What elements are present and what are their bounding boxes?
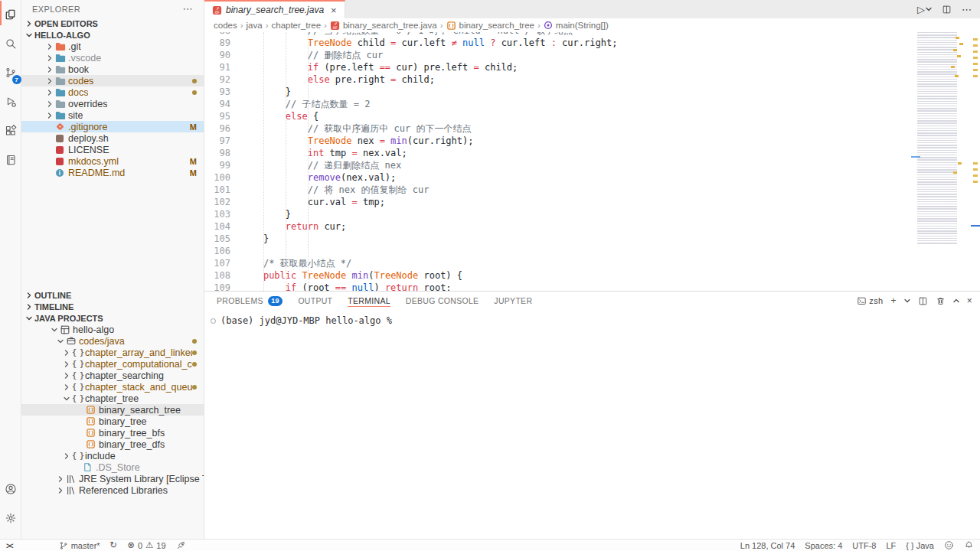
tree-item-include[interactable]: { }include [21, 450, 204, 461]
code-line-107[interactable]: 107 /* 获取最小结点 */ [204, 257, 911, 269]
tree-item-license[interactable]: LICENSE [21, 144, 204, 155]
tree-item-deploy-sh[interactable]: deploy.sh [21, 132, 204, 144]
breadcrumb-item-binary-search-tree[interactable]: binary_search_tree [446, 21, 534, 31]
code-line-96[interactable]: 96 // 获取中序遍历中 cur 的下一个结点 [204, 122, 911, 135]
code-line-92[interactable]: 92 else pre.right = child; [204, 73, 911, 86]
tree-item-book[interactable]: book [21, 64, 204, 75]
tree-item-binary-tree-bfs[interactable]: binary_tree_bfs [21, 427, 204, 439]
tree-item-chapter-searching[interactable]: { }chapter_searching [21, 370, 204, 381]
settings-gear-icon[interactable] [0, 504, 21, 533]
tree-item-chapter-computational-complexity[interactable]: { }chapter_computational_complexity [21, 358, 204, 370]
tree-item--ds-store[interactable]: .DS_Store [21, 461, 204, 473]
source-control-icon[interactable]: 7 [0, 58, 21, 87]
cursor-position[interactable]: Ln 128, Col 74 [740, 541, 795, 550]
tree-item-referenced-libraries[interactable]: Referenced Libraries [21, 484, 204, 496]
code-line-91[interactable]: 91 if (pre.left == cur) pre.left = child… [204, 61, 911, 73]
breadcrumb-item-chapter-tree[interactable]: chapter_tree [271, 21, 321, 30]
panel-tab-debug-console[interactable]: DEBUG CONSOLE [406, 292, 479, 310]
code-line-101[interactable]: 101 // 将 nex 的值复制给 cur [204, 184, 911, 196]
code-line-108[interactable]: 108 public TreeNode min(TreeNode root) { [204, 269, 911, 282]
tree-item-chapter-stack-and-queue[interactable]: { }chapter_stack_and_queue [21, 381, 204, 393]
tree-item-codes-java[interactable]: codes/java [21, 335, 204, 347]
code-line-94[interactable]: 94 // 子结点数量 = 2 [204, 98, 911, 110]
outline-section[interactable]: OUTLINE [21, 289, 204, 301]
explorer-more-actions-button[interactable]: ⋯ [183, 3, 193, 15]
tree-item-mkdocs-yml[interactable]: mkdocs.ymlM [21, 155, 204, 167]
code-line-99[interactable]: 99 // 递归删除结点 nex [204, 159, 911, 171]
tree-item--vscode[interactable]: .vscode [21, 52, 204, 64]
run-debug-icon[interactable] [0, 87, 21, 116]
tree-item-jre-system-library-eclipse-temurin-17-17-[interactable]: JRE System Library [Eclipse Temurin 17 [… [21, 473, 204, 484]
tree-item-readme-md[interactable]: README.mdM [21, 167, 204, 178]
editor-more-actions-button[interactable]: ⋯ [962, 4, 972, 15]
terminal-dropdown-button[interactable] [904, 298, 910, 304]
code-line-89[interactable]: 89 TreeNode child = cur.left ≠ null ? cu… [204, 37, 911, 49]
tree-item-overrides[interactable]: overrides [21, 98, 204, 109]
problems-status[interactable]: ⊗0⚠19 [127, 540, 165, 550]
code-viewport[interactable]: 88 // 当子结点数量 = 0 / 1 时， child = null / 该… [204, 32, 911, 291]
shell-selector[interactable]: zsh [857, 296, 883, 306]
code-line-98[interactable]: 98 int tmp = nex.val; [204, 147, 911, 159]
kill-terminal-button[interactable] [936, 296, 946, 306]
breadcrumb-item-main-string-[interactable]: main(String[]) [544, 21, 609, 30]
tree-item--gitignore[interactable]: .gitignoreM [21, 121, 204, 132]
code-line-97[interactable]: 97 TreeNode nex = min(cur.right); [204, 135, 911, 147]
tree-item-chapter-tree[interactable]: { }chapter_tree [21, 393, 204, 404]
notifications[interactable] [964, 540, 974, 550]
code-line-105[interactable]: 105 } [204, 233, 911, 245]
maximize-panel-button[interactable] [953, 298, 959, 304]
language-mode[interactable]: { } Java [906, 541, 934, 550]
minimap[interactable] [911, 32, 971, 291]
panel-tab-problems[interactable]: PROBLEMS19 [217, 292, 283, 310]
encoding[interactable]: UTF-8 [852, 541, 876, 550]
tree-item-docs[interactable]: docs [21, 86, 204, 98]
new-terminal-button[interactable]: + [890, 295, 896, 306]
tree-item-binary-search-tree[interactable]: binary_search_tree [21, 404, 204, 416]
indentation[interactable]: Spaces: 4 [805, 541, 842, 550]
tree-item-codes[interactable]: codes [21, 75, 204, 86]
code-line-95[interactable]: 95 else { [204, 110, 911, 122]
remote-indicator[interactable]: >< [6, 541, 12, 550]
run-button[interactable]: ▷ [917, 5, 932, 15]
files-icon[interactable] [0, 0, 21, 29]
branch-status[interactable]: master* [59, 541, 100, 550]
split-editor-button[interactable] [942, 5, 952, 15]
tree-item-chapter-array-and-linkedlist[interactable]: { }chapter_array_and_linkedlist [21, 347, 204, 358]
java-projects-section[interactable]: JAVA PROJECTS [21, 312, 204, 324]
code-line-93[interactable]: 93 } [204, 86, 911, 98]
timeline-section[interactable]: TIMELINE [21, 301, 204, 312]
search-icon[interactable] [0, 29, 21, 58]
code-line-104[interactable]: 104 return cur; [204, 220, 911, 233]
panel-tab-jupyter[interactable]: JUPYTER [494, 292, 532, 310]
breadcrumb-item-binary-search-tree-java[interactable]: binary_search_tree.java [330, 21, 437, 31]
breadcrumb-item-java[interactable]: java [247, 21, 263, 30]
launch-status[interactable] [176, 540, 186, 550]
breadcrumb-item-codes[interactable]: codes [214, 21, 237, 30]
workspace-root-section[interactable]: HELLO-ALGO [21, 29, 204, 41]
panel-tab-terminal[interactable]: TERMINAL [348, 292, 390, 310]
tree-item-site[interactable]: site [21, 109, 204, 121]
extensions-icon[interactable] [0, 116, 21, 145]
code-line-102[interactable]: 102 cur.val = tmp; [204, 196, 911, 208]
overview-ruler[interactable] [971, 32, 980, 291]
tree-item-binary-tree-dfs[interactable]: binary_tree_dfs [21, 439, 204, 450]
code-line-106[interactable]: 106 [204, 245, 911, 257]
code-line-109[interactable]: 109 if (root == null) return root; [204, 282, 911, 291]
tab-close-icon[interactable]: × [331, 5, 337, 16]
open-editors-section[interactable]: OPEN EDITORS [21, 18, 204, 29]
tab-binary-search-tree[interactable]: binary_search_tree.java × [204, 0, 345, 18]
tree-item--git[interactable]: .git [21, 41, 204, 52]
panel-tab-output[interactable]: OUTPUT [298, 292, 332, 310]
code-line-100[interactable]: 100 remove(nex.val); [204, 171, 911, 184]
close-panel-button[interactable]: × [967, 295, 972, 306]
tree-item-hello-algo[interactable]: hello-algo [21, 324, 204, 335]
sync-status[interactable]: ↻ [110, 540, 118, 550]
terminal-output[interactable]: (base) jyd@JYD-MBP hello-algo % [204, 310, 980, 326]
tree-item-binary-tree[interactable]: binary_tree [21, 416, 204, 427]
code-line-103[interactable]: 103 } [204, 208, 911, 220]
notebook-icon[interactable] [0, 145, 21, 174]
split-terminal-button[interactable] [918, 296, 928, 306]
feedback[interactable] [944, 540, 954, 550]
code-line-90[interactable]: 90 // 删除结点 cur [204, 49, 911, 61]
eol[interactable]: LF [886, 541, 896, 550]
